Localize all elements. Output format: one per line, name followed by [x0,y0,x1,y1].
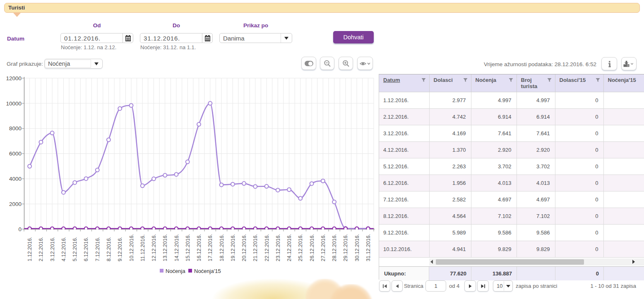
svg-text:0: 0 [18,226,22,232]
svg-text:22.12.2016.: 22.12.2016. [264,234,270,261]
svg-text:18.12.2016.: 18.12.2016. [219,234,225,261]
svg-text:25.12.2016.: 25.12.2016. [298,234,303,261]
svg-text:28.12.2016.: 28.12.2016. [332,234,337,261]
svg-text:31.12.2016.: 31.12.2016. [365,234,371,261]
svg-text:12.12.2016.: 12.12.2016. [151,234,157,261]
svg-text:Noćenja'15: Noćenja'15 [194,268,221,274]
svg-text:10.12.2016.: 10.12.2016. [129,234,135,261]
svg-text:16.12.2016.: 16.12.2016. [196,234,202,261]
svg-text:23.12.2016.: 23.12.2016. [275,234,281,261]
svg-text:6000: 6000 [9,151,22,157]
svg-text:27.12.2016.: 27.12.2016. [320,234,326,261]
svg-text:29.12.2016.: 29.12.2016. [343,234,348,261]
svg-text:6.12.2016.: 6.12.2016. [83,237,89,261]
svg-text:26.12.2016.: 26.12.2016. [309,234,315,261]
svg-text:4.12.2016.: 4.12.2016. [61,237,67,261]
svg-text:19.12.2016.: 19.12.2016. [230,234,236,261]
svg-text:9.12.2016.: 9.12.2016. [117,237,123,261]
svg-text:10000: 10000 [6,100,22,107]
svg-text:21.12.2016.: 21.12.2016. [252,234,258,261]
svg-text:7.12.2016.: 7.12.2016. [95,237,101,261]
svg-text:14.12.2016.: 14.12.2016. [174,234,180,261]
svg-text:2.12.2016.: 2.12.2016. [38,237,44,261]
svg-text:Noćenja: Noćenja [166,268,185,274]
svg-text:20.12.2016.: 20.12.2016. [241,234,247,261]
svg-text:8000: 8000 [9,125,22,132]
svg-text:11.12.2016.: 11.12.2016. [140,234,146,261]
svg-text:3.12.2016.: 3.12.2016. [50,237,55,261]
svg-text:17.12.2016.: 17.12.2016. [207,234,213,261]
svg-text:5.12.2016.: 5.12.2016. [72,237,78,261]
svg-text:8.12.2016.: 8.12.2016. [106,237,112,261]
svg-text:13.12.2016.: 13.12.2016. [162,234,168,261]
svg-text:4000: 4000 [9,176,22,182]
svg-text:15.12.2016.: 15.12.2016. [185,234,191,261]
svg-text:12000: 12000 [6,75,22,81]
svg-text:1.12.2016.: 1.12.2016. [27,237,33,261]
svg-text:24.12.2016.: 24.12.2016. [286,234,292,261]
svg-text:2000: 2000 [9,201,22,207]
svg-text:30.12.2016.: 30.12.2016. [354,234,360,261]
